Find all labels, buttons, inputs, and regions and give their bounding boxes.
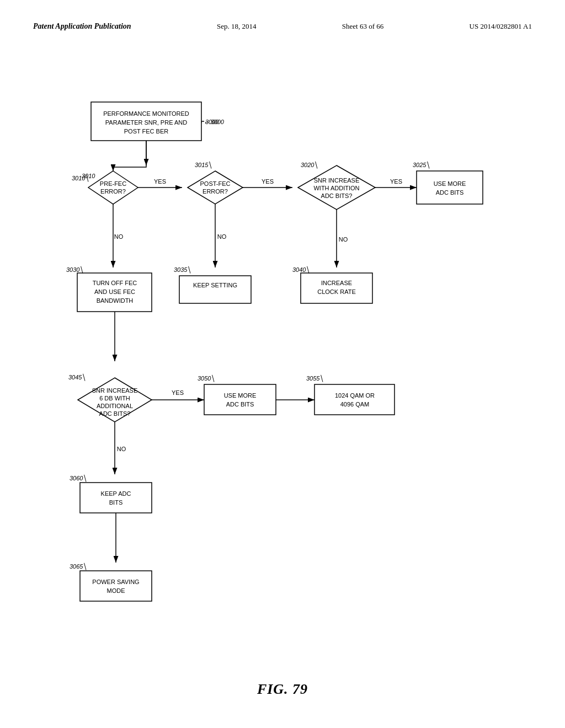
svg-text:3040╲: 3040╲ [292,266,310,274]
svg-text:CLOCK RATE: CLOCK RATE [317,288,355,295]
figure-caption: FIG. 79 [257,681,308,698]
svg-text:KEEP ADC: KEEP ADC [101,490,131,497]
svg-text:PRE-FEC: PRE-FEC [100,180,126,187]
node-3065 [80,571,152,601]
svg-text:ADDITIONAL: ADDITIONAL [97,403,133,409]
svg-text:PARAMETER SNR, PRE AND: PARAMETER SNR, PRE AND [105,119,187,126]
svg-text:MODE: MODE [107,587,125,594]
svg-text:3045╲: 3045╲ [68,373,86,381]
svg-text:ERROR?: ERROR? [202,188,228,195]
svg-text:6 DB WITH: 6 DB WITH [99,395,130,402]
svg-text:3020╲: 3020╲ [301,161,318,169]
node-3055 [315,384,395,415]
svg-text:ADC BITS?: ADC BITS? [99,410,131,417]
node-3060 [80,483,152,513]
svg-text:3025╲: 3025╲ [413,161,430,169]
node-3025 [417,171,483,204]
svg-text:3060╲: 3060╲ [70,474,87,482]
svg-text:3010╲: 3010╲ [72,174,89,182]
node-3050 [204,384,276,415]
svg-text:POWER SAVING: POWER SAVING [92,579,139,585]
svg-text:ADC BITS: ADC BITS [436,189,464,196]
svg-text:SNR INCREASE: SNR INCREASE [314,177,360,184]
svg-text:ERROR?: ERROR? [100,188,126,195]
svg-text:3065╲: 3065╲ [70,563,87,570]
svg-text:NO: NO [117,446,126,452]
svg-text:3050╲: 3050╲ [198,374,215,382]
svg-text:PERFORMANCE MONITORED: PERFORMANCE MONITORED [103,110,189,117]
svg-text:BANDWIDTH: BANDWIDTH [97,297,134,304]
svg-text:AND USE FEC: AND USE FEC [94,288,135,295]
svg-text:ADC BITS: ADC BITS [226,401,254,408]
svg-text:SNR INCREASE: SNR INCREASE [92,387,138,394]
svg-text:KEEP SETTING: KEEP SETTING [193,282,237,288]
svg-text:TURN OFF FEC: TURN OFF FEC [93,280,137,286]
svg-text:USE MORE: USE MORE [434,180,466,187]
svg-text:3035╲: 3035╲ [174,266,191,274]
svg-text:YES: YES [390,178,402,185]
svg-text:POST-FEC: POST-FEC [200,180,230,187]
svg-text:YES: YES [172,389,184,396]
page: Patent Application Publication Sep. 18, … [0,0,565,728]
svg-text:YES: YES [154,178,166,185]
svg-text:NO: NO [339,236,348,243]
svg-text:USE MORE: USE MORE [224,392,257,399]
svg-text:NO: NO [114,233,124,240]
svg-text:INCREASE: INCREASE [321,280,352,286]
svg-text:BITS: BITS [109,499,122,506]
node-3035 [179,276,251,303]
svg-text:1024 QAM OR: 1024 QAM OR [335,392,375,399]
svg-text:3055╲: 3055╲ [306,374,323,382]
svg-text:3030╲: 3030╲ [66,266,83,274]
svg-text:NO: NO [217,233,227,240]
svg-text:WITH ADDITION: WITH ADDITION [313,185,359,191]
svg-text:POST FEC BER: POST FEC BER [124,128,169,135]
svg-text:ADC BITS?: ADC BITS? [321,192,353,199]
svg-text:4096 QAM: 4096 QAM [340,401,370,408]
svg-text:3015╲: 3015╲ [195,161,212,169]
svg-text:⌐ 3000: ⌐ 3000 [205,119,225,125]
svg-text:YES: YES [262,178,274,185]
flowchart: PERFORMANCE MONITORED PARAMETER SNR, PRE… [0,0,565,728]
